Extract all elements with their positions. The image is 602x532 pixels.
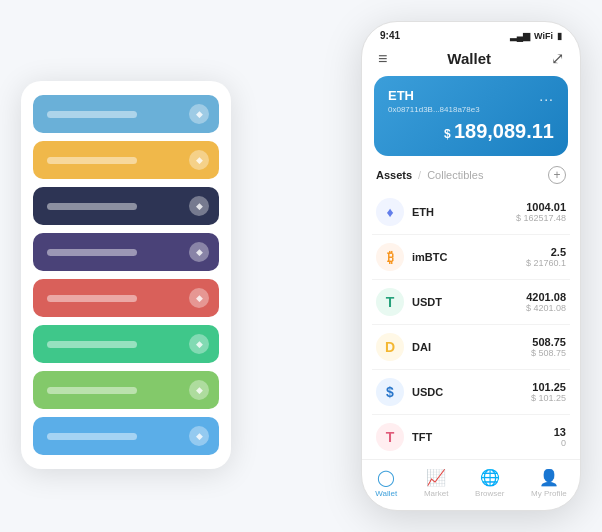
- tab-collectibles[interactable]: Collectibles: [427, 169, 483, 181]
- asset-usd: $ 21760.1: [526, 258, 566, 268]
- nav-item-wallet[interactable]: ◯Wallet: [375, 468, 397, 498]
- nav-item-market[interactable]: 📈Market: [424, 468, 448, 498]
- nav-item-browser[interactable]: 🌐Browser: [475, 468, 504, 498]
- status-bar: 9:41 ▂▄▆ WiFi ▮: [362, 22, 580, 45]
- bottom-nav: ◯Wallet📈Market🌐Browser👤My Profile: [362, 459, 580, 510]
- asset-left: ₿imBTC: [376, 243, 447, 271]
- nav-item-my-profile[interactable]: 👤My Profile: [531, 468, 567, 498]
- asset-symbol: TFT: [412, 431, 432, 443]
- asset-row[interactable]: TTFT130: [372, 415, 570, 459]
- asset-icon-imbtc: ₿: [376, 243, 404, 271]
- card-item[interactable]: ◆: [33, 95, 219, 133]
- asset-right: 4201.08$ 4201.08: [526, 291, 566, 313]
- wallet-card-dots[interactable]: ...: [539, 88, 554, 104]
- asset-amount: 4201.08: [526, 291, 566, 303]
- asset-left: $USDC: [376, 378, 443, 406]
- asset-right: 508.75$ 508.75: [531, 336, 566, 358]
- asset-usd: $ 508.75: [531, 348, 566, 358]
- asset-left: ♦ETH: [376, 198, 434, 226]
- asset-symbol: USDC: [412, 386, 443, 398]
- asset-usd: 0: [554, 438, 566, 448]
- wallet-card[interactable]: ETH 0x08711d3B...8418a78e3 ... $ 189,089…: [374, 76, 568, 156]
- nav-label: Wallet: [375, 489, 397, 498]
- asset-left: DDAI: [376, 333, 431, 361]
- asset-row[interactable]: TUSDT4201.08$ 4201.08: [372, 280, 570, 325]
- wallet-card-balance: $ 189,089.11: [388, 120, 554, 143]
- card-item[interactable]: ◆: [33, 371, 219, 409]
- asset-left: TUSDT: [376, 288, 442, 316]
- nav-icon-browser: 🌐: [480, 468, 500, 487]
- phone: 9:41 ▂▄▆ WiFi ▮ ≡ Wallet ⤢ ETH 0x08711d3…: [361, 21, 581, 511]
- asset-list: ♦ETH1004.01$ 162517.48₿imBTC2.5$ 21760.1…: [362, 190, 580, 459]
- asset-right: 2.5$ 21760.1: [526, 246, 566, 268]
- tab-divider: /: [418, 169, 421, 181]
- asset-row[interactable]: ♦ETH1004.01$ 162517.48: [372, 190, 570, 235]
- card-item[interactable]: ◆: [33, 417, 219, 455]
- asset-row[interactable]: ₿imBTC2.5$ 21760.1: [372, 235, 570, 280]
- asset-right: 101.25$ 101.25: [531, 381, 566, 403]
- status-icons: ▂▄▆ WiFi ▮: [510, 31, 562, 41]
- asset-usd: $ 162517.48: [516, 213, 566, 223]
- nav-icon-market: 📈: [426, 468, 446, 487]
- tab-assets[interactable]: Assets: [376, 169, 412, 181]
- asset-icon-tft: T: [376, 423, 404, 451]
- signal-icon: ▂▄▆: [510, 31, 530, 41]
- asset-row[interactable]: $USDC101.25$ 101.25: [372, 370, 570, 415]
- nav-label: Market: [424, 489, 448, 498]
- nav-icon-wallet: ◯: [377, 468, 395, 487]
- expand-icon[interactable]: ⤢: [551, 49, 564, 68]
- asset-amount: 13: [554, 426, 566, 438]
- header-title: Wallet: [447, 50, 491, 67]
- asset-symbol: USDT: [412, 296, 442, 308]
- asset-amount: 1004.01: [516, 201, 566, 213]
- tabs-left: Assets / Collectibles: [376, 169, 483, 181]
- asset-usd: $ 4201.08: [526, 303, 566, 313]
- assets-tabs: Assets / Collectibles +: [362, 166, 580, 190]
- asset-amount: 101.25: [531, 381, 566, 393]
- card-item[interactable]: ◆: [33, 187, 219, 225]
- card-stack: ◆◆◆◆◆◆◆◆: [21, 81, 231, 469]
- asset-amount: 2.5: [526, 246, 566, 258]
- balance-amount: 189,089.11: [454, 120, 554, 142]
- phone-header: ≡ Wallet ⤢: [362, 45, 580, 76]
- card-item[interactable]: ◆: [33, 279, 219, 317]
- nav-icon-my-profile: 👤: [539, 468, 559, 487]
- asset-symbol: DAI: [412, 341, 431, 353]
- card-item[interactable]: ◆: [33, 233, 219, 271]
- wallet-card-label: ETH: [388, 88, 554, 103]
- asset-left: TTFT: [376, 423, 432, 451]
- asset-symbol: ETH: [412, 206, 434, 218]
- add-asset-button[interactable]: +: [548, 166, 566, 184]
- wifi-icon: WiFi: [534, 31, 553, 41]
- scene: ◆◆◆◆◆◆◆◆ 9:41 ▂▄▆ WiFi ▮ ≡ Wallet ⤢ ETH …: [21, 21, 581, 511]
- asset-symbol: imBTC: [412, 251, 447, 263]
- asset-right: 1004.01$ 162517.48: [516, 201, 566, 223]
- nav-label: My Profile: [531, 489, 567, 498]
- asset-usd: $ 101.25: [531, 393, 566, 403]
- asset-row[interactable]: DDAI508.75$ 508.75: [372, 325, 570, 370]
- time: 9:41: [380, 30, 400, 41]
- menu-icon[interactable]: ≡: [378, 50, 387, 68]
- balance-dollar: $: [444, 127, 454, 141]
- asset-icon-eth: ♦: [376, 198, 404, 226]
- card-item[interactable]: ◆: [33, 325, 219, 363]
- asset-right: 130: [554, 426, 566, 448]
- asset-amount: 508.75: [531, 336, 566, 348]
- asset-icon-usdc: $: [376, 378, 404, 406]
- asset-icon-dai: D: [376, 333, 404, 361]
- wallet-card-address: 0x08711d3B...8418a78e3: [388, 105, 554, 114]
- card-item[interactable]: ◆: [33, 141, 219, 179]
- nav-label: Browser: [475, 489, 504, 498]
- asset-icon-usdt: T: [376, 288, 404, 316]
- battery-icon: ▮: [557, 31, 562, 41]
